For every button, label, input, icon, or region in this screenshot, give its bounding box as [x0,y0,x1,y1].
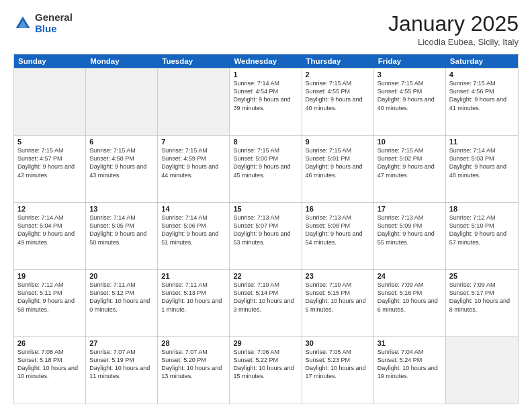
day-number: 26 [17,339,82,347]
day-number: 31 [378,339,442,347]
cell-info: Sunrise: 7:04 AMSunset: 5:24 PMDaylight:… [378,348,442,381]
calendar-row-4: 19Sunrise: 7:12 AMSunset: 5:11 PMDayligh… [14,269,518,336]
cell-info: Sunrise: 7:10 AMSunset: 5:14 PMDaylight:… [233,281,298,314]
calendar-cell-empty [158,68,230,135]
day-number: 16 [306,205,370,213]
day-number: 6 [89,138,154,146]
calendar-row-2: 5Sunrise: 7:15 AMSunset: 4:57 PMDaylight… [14,135,518,202]
calendar-cell-day-14: 14Sunrise: 7:14 AMSunset: 5:06 PMDayligh… [158,203,230,269]
calendar-cell-day-9: 9Sunrise: 7:15 AMSunset: 5:01 PMDaylight… [302,136,374,202]
calendar-cell-day-22: 22Sunrise: 7:10 AMSunset: 5:14 PMDayligh… [230,270,302,336]
calendar-cell-day-5: 5Sunrise: 7:15 AMSunset: 4:57 PMDaylight… [14,136,86,202]
logo-icon [13,14,32,33]
day-number: 28 [161,339,226,347]
logo: General Blue [13,12,73,34]
calendar-cell-day-21: 21Sunrise: 7:11 AMSunset: 5:13 PMDayligh… [158,270,230,336]
cell-info: Sunrise: 7:12 AMSunset: 5:11 PMDaylight:… [17,281,82,314]
day-number: 20 [89,272,154,280]
cell-info: Sunrise: 7:13 AMSunset: 5:09 PMDaylight:… [378,214,442,246]
logo-general: General [35,11,73,23]
day-number: 30 [306,339,370,347]
location: Licodia Eubea, Sicily, Italy [388,37,519,47]
title-block: January 2025 Licodia Eubea, Sicily, Ital… [388,12,519,47]
calendar-body: 1Sunrise: 7:14 AMSunset: 4:54 PMDaylight… [14,68,518,404]
header-day-saturday: Saturday [446,54,518,68]
day-number: 17 [378,205,442,213]
cell-info: Sunrise: 7:14 AMSunset: 5:04 PMDaylight:… [17,214,82,246]
cell-info: Sunrise: 7:11 AMSunset: 5:12 PMDaylight:… [89,281,154,314]
day-number: 19 [17,272,82,280]
cell-info: Sunrise: 7:11 AMSunset: 5:13 PMDaylight:… [161,281,226,314]
cell-info: Sunrise: 7:09 AMSunset: 5:16 PMDaylight:… [378,281,442,314]
calendar-cell-day-7: 7Sunrise: 7:15 AMSunset: 4:59 PMDaylight… [158,136,230,202]
calendar-cell-day-1: 1Sunrise: 7:14 AMSunset: 4:54 PMDaylight… [230,68,302,135]
calendar-cell-day-23: 23Sunrise: 7:10 AMSunset: 5:15 PMDayligh… [302,270,374,336]
calendar-cell-day-17: 17Sunrise: 7:13 AMSunset: 5:09 PMDayligh… [374,203,446,269]
calendar-cell-day-15: 15Sunrise: 7:13 AMSunset: 5:07 PMDayligh… [230,203,302,269]
calendar-row-1: 1Sunrise: 7:14 AMSunset: 4:54 PMDaylight… [14,68,518,135]
calendar-row-3: 12Sunrise: 7:14 AMSunset: 5:04 PMDayligh… [14,202,518,269]
calendar-cell-day-25: 25Sunrise: 7:09 AMSunset: 5:17 PMDayligh… [446,270,518,336]
calendar-cell-day-13: 13Sunrise: 7:14 AMSunset: 5:05 PMDayligh… [86,203,158,269]
header: General Blue January 2025 Licodia Eubea,… [13,12,519,47]
calendar-cell-day-31: 31Sunrise: 7:04 AMSunset: 5:24 PMDayligh… [374,337,446,404]
day-number: 27 [89,339,154,347]
calendar-cell-empty [14,68,86,135]
day-number: 7 [161,138,226,146]
header-day-monday: Monday [86,54,158,68]
calendar-cell-empty [86,68,158,135]
calendar-header: SundayMondayTuesdayWednesdayThursdayFrid… [14,54,518,68]
cell-info: Sunrise: 7:14 AMSunset: 5:06 PMDaylight:… [161,214,226,246]
cell-info: Sunrise: 7:15 AMSunset: 5:01 PMDaylight:… [306,146,370,179]
calendar-cell-day-3: 3Sunrise: 7:15 AMSunset: 4:55 PMDaylight… [374,68,446,135]
header-day-tuesday: Tuesday [158,54,230,68]
day-number: 1 [233,71,298,79]
calendar-cell-day-8: 8Sunrise: 7:15 AMSunset: 5:00 PMDaylight… [230,136,302,202]
cell-info: Sunrise: 7:14 AMSunset: 5:03 PMDaylight:… [449,146,515,179]
cell-info: Sunrise: 7:14 AMSunset: 5:05 PMDaylight:… [89,214,154,246]
cell-info: Sunrise: 7:15 AMSunset: 4:58 PMDaylight:… [89,146,154,179]
calendar-cell-day-19: 19Sunrise: 7:12 AMSunset: 5:11 PMDayligh… [14,270,86,336]
calendar-cell-day-30: 30Sunrise: 7:05 AMSunset: 5:23 PMDayligh… [302,337,374,404]
cell-info: Sunrise: 7:07 AMSunset: 5:20 PMDaylight:… [161,348,226,381]
day-number: 10 [378,138,442,146]
cell-info: Sunrise: 7:09 AMSunset: 5:17 PMDaylight:… [449,281,515,314]
calendar-cell-day-6: 6Sunrise: 7:15 AMSunset: 4:58 PMDaylight… [86,136,158,202]
calendar-cell-day-11: 11Sunrise: 7:14 AMSunset: 5:03 PMDayligh… [446,136,518,202]
calendar-cell-day-20: 20Sunrise: 7:11 AMSunset: 5:12 PMDayligh… [86,270,158,336]
month-title: January 2025 [388,12,519,36]
day-number: 24 [378,272,442,280]
cell-info: Sunrise: 7:15 AMSunset: 5:00 PMDaylight:… [233,146,298,179]
calendar-cell-empty [446,337,518,404]
logo-text: General Blue [35,12,73,34]
day-number: 21 [161,272,226,280]
day-number: 8 [233,138,298,146]
day-number: 15 [233,205,298,213]
logo-blue: Blue [35,23,57,34]
page: General Blue January 2025 Licodia Eubea,… [0,0,532,411]
cell-info: Sunrise: 7:15 AMSunset: 4:55 PMDaylight:… [378,79,442,112]
header-day-sunday: Sunday [14,54,86,68]
calendar-cell-day-12: 12Sunrise: 7:14 AMSunset: 5:04 PMDayligh… [14,203,86,269]
day-number: 22 [233,272,298,280]
day-number: 2 [306,71,370,79]
day-number: 3 [378,71,442,79]
cell-info: Sunrise: 7:13 AMSunset: 5:08 PMDaylight:… [306,214,370,246]
calendar-cell-day-29: 29Sunrise: 7:06 AMSunset: 5:22 PMDayligh… [230,337,302,404]
cell-info: Sunrise: 7:15 AMSunset: 4:57 PMDaylight:… [17,146,82,179]
cell-info: Sunrise: 7:15 AMSunset: 4:56 PMDaylight:… [449,79,515,112]
day-number: 25 [449,272,515,280]
day-number: 5 [17,138,82,146]
day-number: 13 [89,205,154,213]
day-number: 18 [449,205,515,213]
cell-info: Sunrise: 7:15 AMSunset: 4:55 PMDaylight:… [306,79,370,112]
calendar-cell-day-28: 28Sunrise: 7:07 AMSunset: 5:20 PMDayligh… [158,337,230,404]
header-day-wednesday: Wednesday [230,54,302,68]
calendar: SundayMondayTuesdayWednesdayThursdayFrid… [13,54,519,404]
header-day-friday: Friday [374,54,446,68]
calendar-cell-day-18: 18Sunrise: 7:12 AMSunset: 5:10 PMDayligh… [446,203,518,269]
cell-info: Sunrise: 7:07 AMSunset: 5:19 PMDaylight:… [89,348,154,381]
cell-info: Sunrise: 7:06 AMSunset: 5:22 PMDaylight:… [233,348,298,381]
day-number: 14 [161,205,226,213]
cell-info: Sunrise: 7:13 AMSunset: 5:07 PMDaylight:… [233,214,298,246]
